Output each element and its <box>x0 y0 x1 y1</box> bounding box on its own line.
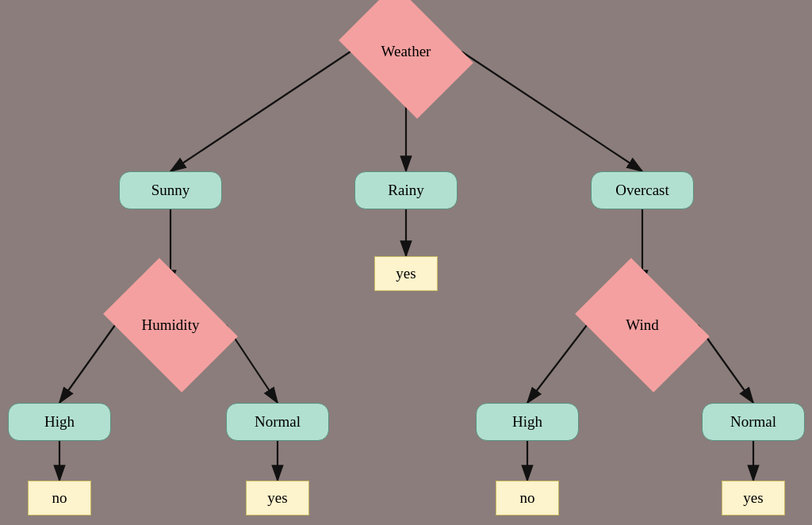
leaf-node-no1: no <box>28 481 91 515</box>
svg-line-3 <box>462 52 642 171</box>
tree-diagram: WeatherSunnyRainyOvercastyesHumidityWind… <box>0 0 812 525</box>
rounded-node-normal1: Normal <box>226 403 329 441</box>
svg-line-7 <box>59 325 115 403</box>
leaf-node-rainy_yes: yes <box>374 256 438 291</box>
leaf-node-no2: no <box>496 481 559 515</box>
svg-line-1 <box>170 52 350 171</box>
diamond-label-weather: Weather <box>350 12 462 91</box>
svg-line-9 <box>527 325 587 403</box>
rounded-node-rainy: Rainy <box>354 171 458 209</box>
leaf-node-yes1: yes <box>246 481 309 515</box>
diamond-node-wind: Wind <box>587 285 698 365</box>
diamond-label-humidity: Humidity <box>115 285 226 365</box>
diamond-node-humidity: Humidity <box>115 285 226 365</box>
leaf-node-yes2: yes <box>722 481 785 515</box>
diamond-node-weather: Weather <box>350 12 462 91</box>
rounded-node-overcast: Overcast <box>591 171 694 209</box>
diamond-label-wind: Wind <box>587 285 698 365</box>
rounded-node-high1: High <box>8 403 111 441</box>
rounded-node-normal2: Normal <box>702 403 805 441</box>
rounded-node-sunny: Sunny <box>119 171 222 209</box>
rounded-node-high2: High <box>476 403 579 441</box>
